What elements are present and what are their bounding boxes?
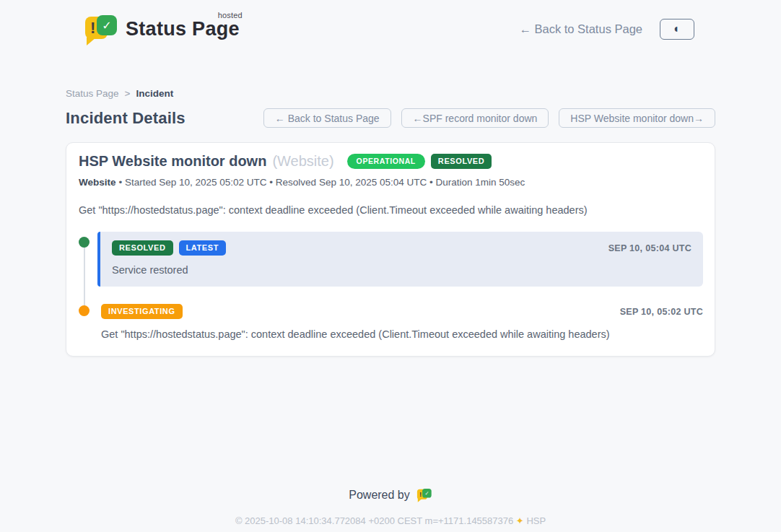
investigating-badge: INVESTIGATING: [101, 304, 183, 319]
incident-title-row: HSP Website monitor down (Website) OPERA…: [79, 153, 703, 170]
incident-component: (Website): [272, 153, 333, 170]
brand-wordmark: Status Pagehosted: [126, 18, 240, 40]
exclamation-icon: !: [90, 20, 95, 36]
breadcrumb: Status Page > Incident: [66, 88, 715, 99]
title-row: Incident Details ← Back to Status Page ←…: [66, 108, 715, 128]
incident-card: HSP Website monitor down (Website) OPERA…: [66, 142, 715, 357]
header: ! ✓ Status Pagehosted ← Back to Status P…: [0, 0, 781, 46]
timeline-entry: RESOLVED LATEST SEP 10, 05:04 UTC Servic…: [79, 232, 703, 287]
timeline-message: Get "https://hostedstatus.page": context…: [101, 328, 703, 340]
copyright-text: © 2025-10-08 14:10:34.772084 +0200 CEST …: [235, 515, 513, 526]
incident-timeline: RESOLVED LATEST SEP 10, 05:04 UTC Servic…: [79, 232, 703, 340]
header-actions: ← Back to Status Page ◐: [519, 19, 694, 40]
breadcrumb-separator: >: [125, 88, 131, 99]
logo-bubble-tail: [87, 38, 96, 45]
page-title: Incident Details: [66, 109, 186, 128]
statuspage-logo-icon: ! ✓: [84, 14, 118, 44]
timeline-dot-resolved-icon: [79, 237, 90, 248]
incident-description: Get "https://hostedstatus.page": context…: [79, 204, 703, 216]
sparkles-icon: ✦: [516, 515, 524, 526]
timeline-dot-investigating-icon: [79, 305, 90, 316]
prev-incident-button[interactable]: ←SPF record monitor down: [401, 108, 549, 128]
latest-badge: LATEST: [179, 240, 227, 256]
incident-title: HSP Website monitor down: [79, 153, 266, 170]
copyright-line: © 2025-10-08 14:10:34.772084 +0200 CEST …: [66, 515, 715, 526]
incident-nav-buttons: ← Back to Status Page ←SPF record monito…: [263, 108, 715, 128]
back-to-status-page-button[interactable]: ← Back to Status Page: [263, 108, 391, 128]
timeline-entry: INVESTIGATING SEP 10, 05:02 UTC Get "htt…: [79, 304, 703, 340]
timeline-message: Service restored: [112, 264, 691, 276]
footer: Powered by ! ✓ © 2025-10-08 14:10:34.772…: [66, 488, 715, 526]
powered-by-link[interactable]: Powered by ! ✓: [349, 488, 432, 502]
resolved-state-badge: RESOLVED: [431, 154, 492, 169]
back-to-status-page-link[interactable]: ← Back to Status Page: [519, 22, 642, 36]
timeline-entry-header: RESOLVED LATEST SEP 10, 05:04 UTC: [112, 240, 691, 256]
next-incident-button[interactable]: HSP Website monitor down→: [559, 108, 715, 128]
incident-meta: Website• Started Sep 10, 2025 05:02 UTC …: [79, 177, 703, 188]
resolved-badge: RESOLVED: [112, 240, 173, 256]
timeline-timestamp: SEP 10, 05:02 UTC: [620, 307, 703, 317]
brand-superscript: hosted: [218, 11, 243, 19]
half-circle-contrast-icon: ◐: [673, 23, 681, 35]
meta-component-name: Website: [79, 177, 116, 188]
theme-toggle-button[interactable]: ◐: [660, 19, 694, 40]
timeline-timestamp: SEP 10, 05:04 UTC: [608, 243, 691, 253]
breadcrumb-incident: Incident: [136, 88, 173, 99]
statuspage-logo-mini-icon: ! ✓: [416, 488, 432, 502]
meta-details: • Started Sep 10, 2025 05:02 UTC • Resol…: [119, 177, 525, 188]
timeline-entry-highlight-box: RESOLVED LATEST SEP 10, 05:04 UTC Servic…: [97, 232, 703, 287]
timeline-entry-header: INVESTIGATING SEP 10, 05:02 UTC: [101, 304, 703, 319]
copyright-suffix: HSP: [526, 515, 546, 526]
powered-by-label: Powered by: [349, 489, 410, 502]
operational-status-badge: OPERATIONAL: [347, 154, 425, 170]
checkmark-icon: ✓: [97, 15, 117, 35]
brand-logo[interactable]: ! ✓ Status Pagehosted: [84, 14, 240, 44]
main-content: Status Page > Incident Incident Details …: [66, 88, 715, 526]
breadcrumb-status-page[interactable]: Status Page: [66, 88, 119, 99]
timeline-entry-content: INVESTIGATING SEP 10, 05:02 UTC Get "htt…: [101, 304, 703, 340]
